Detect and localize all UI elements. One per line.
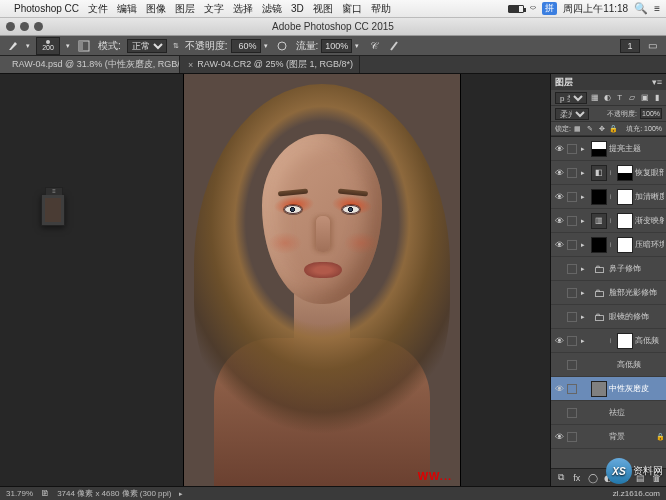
layer-style-icon[interactable]: fx [570, 471, 584, 485]
visibility-toggle-icon[interactable] [553, 311, 565, 323]
layer-checkbox[interactable] [567, 144, 577, 154]
disclosure-triangle-icon[interactable]: ▸ [579, 193, 587, 201]
layers-list[interactable]: 👁▸提亮主题👁▸◧⌇恢复眼部细节👁▸⌇加清晰度👁▸▥⌇渐变映射 1👁▸⌇压暗环境… [551, 137, 666, 468]
layer-checkbox[interactable] [567, 408, 577, 418]
layer-row[interactable]: 👁▸⌇压暗环境 [551, 233, 666, 257]
layer-checkbox[interactable] [567, 312, 577, 322]
menu-3d[interactable]: 3D [291, 3, 304, 14]
layer-checkbox[interactable] [567, 264, 577, 274]
mask-thumb-icon[interactable] [617, 165, 633, 181]
panel-dock-icon[interactable]: ▭ [644, 38, 660, 54]
visibility-toggle-icon[interactable]: 👁 [553, 383, 565, 395]
menu-edit[interactable]: 编辑 [117, 2, 137, 16]
layer-name[interactable]: 加清晰度 [635, 191, 664, 202]
layer-checkbox[interactable] [567, 336, 577, 346]
pressure-opacity-icon[interactable] [274, 38, 290, 54]
menu-type[interactable]: 文字 [204, 2, 224, 16]
navigator-floating-panel[interactable]: ≡ [41, 194, 65, 226]
workspace-number[interactable]: 1 [620, 39, 640, 53]
disclosure-triangle-icon[interactable]: ▸ [579, 241, 587, 249]
layer-row[interactable]: 👁背景🔒 [551, 425, 666, 449]
brush-panel-icon[interactable] [76, 38, 92, 54]
filter-toggle-icon[interactable]: ▮ [653, 92, 663, 104]
visibility-toggle-icon[interactable] [553, 287, 565, 299]
layer-row[interactable]: 👁▸⌇加清晰度 [551, 185, 666, 209]
layer-checkbox[interactable] [567, 216, 577, 226]
menu-layer[interactable]: 图层 [175, 2, 195, 16]
layer-row[interactable]: ▸🗀鼻子修饰 [551, 257, 666, 281]
disclosure-triangle-icon[interactable]: ▸ [579, 265, 587, 273]
layer-name[interactable]: 鼻子修饰 [609, 263, 664, 274]
filter-adjust-icon[interactable]: ◐ [603, 92, 613, 104]
panel-menu-icon[interactable]: ▾≡ [652, 77, 662, 87]
layer-row[interactable]: 高低频 [551, 353, 666, 377]
visibility-toggle-icon[interactable]: 👁 [553, 191, 565, 203]
notification-center-icon[interactable]: ≡ [654, 3, 660, 14]
current-tool-icon[interactable] [6, 39, 20, 53]
opacity-value[interactable]: 60% [231, 39, 261, 53]
disclosure-triangle-icon[interactable]: ▸ [579, 145, 587, 153]
visibility-toggle-icon[interactable]: 👁 [553, 167, 565, 179]
layer-blend-mode-select[interactable]: 柔光 [555, 108, 589, 120]
disclosure-triangle-icon[interactable]: ▸ [579, 337, 587, 345]
layer-row[interactable]: 👁▸⌇高低频 [551, 329, 666, 353]
disclosure-triangle-icon[interactable]: ▸ [579, 289, 587, 297]
layer-name[interactable]: 脸部光影修饰 [609, 287, 664, 298]
disclosure-triangle-icon[interactable]: ▸ [579, 169, 587, 177]
menu-help[interactable]: 帮助 [371, 2, 391, 16]
document-canvas[interactable]: WW... [184, 74, 460, 486]
visibility-toggle-icon[interactable]: 👁 [553, 215, 565, 227]
layer-checkbox[interactable] [567, 432, 577, 442]
visibility-toggle-icon[interactable]: 👁 [553, 239, 565, 251]
airbrush-icon[interactable]: 𝒞 [365, 38, 381, 54]
layers-tab[interactable]: 图层 [555, 76, 573, 89]
layer-checkbox[interactable] [567, 384, 577, 394]
menu-filter[interactable]: 滤镜 [262, 2, 282, 16]
lock-transparent-icon[interactable]: ▦ [573, 124, 583, 134]
spotlight-icon[interactable]: 🔍 [634, 2, 648, 15]
layer-checkbox[interactable] [567, 192, 577, 202]
layer-row[interactable]: 祛痘 [551, 401, 666, 425]
flow-value[interactable]: 100% [321, 39, 352, 53]
document-tab[interactable]: RAW-04.psd @ 31.8% (中性灰磨皮, RGB/8*) × [0, 56, 180, 73]
app-menu[interactable]: Photoshop CC [14, 3, 79, 14]
layer-name[interactable]: 恢复眼部细节 [635, 167, 664, 178]
visibility-toggle-icon[interactable]: 👁 [553, 335, 565, 347]
zoom-level[interactable]: 31.79% [6, 489, 33, 498]
mask-thumb-icon[interactable] [591, 141, 607, 157]
opacity-slider-icon[interactable]: ▾ [264, 42, 268, 50]
layer-name[interactable]: 压暗环境 [635, 239, 664, 250]
lock-position-icon[interactable]: ✥ [597, 124, 607, 134]
menu-file[interactable]: 文件 [88, 2, 108, 16]
layer-row[interactable]: 👁中性灰磨皮 [551, 377, 666, 401]
layer-row[interactable]: 👁▸▥⌇渐变映射 1 [551, 209, 666, 233]
filter-shape-icon[interactable]: ▱ [628, 92, 638, 104]
layer-checkbox[interactable] [567, 360, 577, 370]
layer-checkbox[interactable] [567, 288, 577, 298]
layer-thumb[interactable] [617, 237, 633, 253]
layer-name[interactable]: 高低频 [617, 359, 664, 370]
layer-checkbox[interactable] [567, 168, 577, 178]
disclosure-triangle-icon[interactable]: ▸ [579, 217, 587, 225]
navigator-tab-icon[interactable]: ≡ [45, 187, 63, 195]
lock-pixels-icon[interactable]: ✎ [585, 124, 595, 134]
filter-type-icon[interactable]: T [615, 92, 625, 104]
menu-image[interactable]: 图像 [146, 2, 166, 16]
layer-thumb[interactable] [617, 213, 633, 229]
layer-filter-kind-select[interactable]: p 类型 [555, 92, 587, 104]
visibility-toggle-icon[interactable]: 👁 [553, 431, 565, 443]
visibility-toggle-icon[interactable] [553, 359, 565, 371]
layer-name[interactable]: 眼镜的修饰 [609, 311, 664, 322]
layer-thumb[interactable] [591, 237, 607, 253]
layer-thumb[interactable] [617, 189, 633, 205]
mask-link-icon[interactable]: ⌇ [609, 337, 615, 344]
filter-smart-icon[interactable]: ▣ [640, 92, 650, 104]
menu-view[interactable]: 视图 [313, 2, 333, 16]
adjustment-thumb-icon[interactable]: ▥ [591, 213, 607, 229]
link-layers-icon[interactable]: ⧉ [554, 471, 568, 485]
layer-name[interactable]: 渐变映射 1 [635, 215, 664, 226]
layer-name[interactable]: 高低频 [635, 335, 664, 346]
layer-opacity-value[interactable]: 100% [640, 108, 662, 119]
mask-link-icon[interactable]: ⌇ [609, 169, 615, 176]
canvas-area[interactable]: WW... ≡ [0, 74, 550, 486]
